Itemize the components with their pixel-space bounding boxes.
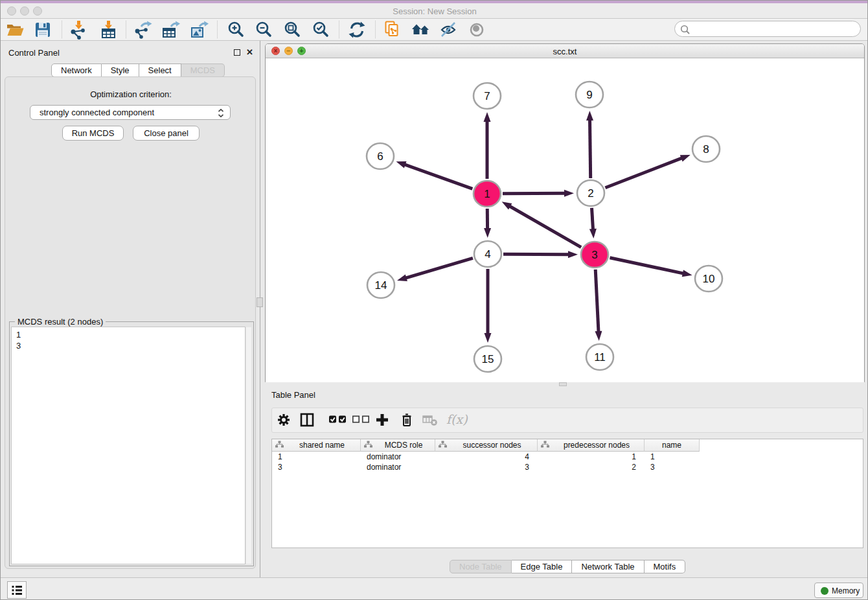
graph-edge-3-10[interactable] (610, 258, 685, 274)
delete-table-icon[interactable] (422, 415, 438, 429)
network-view-window: × − + scc.txt 1234678910111415 (265, 43, 865, 382)
table-row-3[interactable]: 3dominator323 (272, 462, 700, 472)
zoom-in-icon[interactable] (226, 20, 246, 40)
zoom-selected-icon[interactable] (311, 20, 330, 40)
graph-edge-4-14[interactable] (404, 258, 473, 279)
graph-edge-1-2[interactable] (503, 193, 567, 194)
graph-edge-2-8[interactable] (605, 157, 683, 188)
add-column-icon[interactable] (375, 413, 389, 430)
save-session-icon[interactable] (33, 20, 52, 40)
column-header-shared-name[interactable]: shared name (272, 439, 361, 452)
node-table: shared nameMCDS rolesuccessor nodesprede… (271, 439, 863, 548)
graph-edge-2-9[interactable] (589, 118, 590, 178)
result-scrollbar[interactable] (246, 327, 251, 564)
close-panel-button[interactable]: Close panel (133, 126, 200, 141)
table-cell[interactable]: 3 (272, 462, 361, 472)
float-panel-icon[interactable] (234, 49, 240, 56)
graph-edge-3-11[interactable] (595, 270, 599, 334)
mcds-result-group: MCDS result (2 nodes) 1 3 (9, 321, 254, 566)
tab-edge-table[interactable]: Edge Table (512, 560, 573, 573)
graph-node-label-9: 9 (586, 89, 592, 101)
tab-network-table[interactable]: Network Table (572, 560, 644, 573)
tab-network[interactable]: Network (51, 63, 102, 77)
tab-select[interactable]: Select (139, 63, 181, 77)
column-header-name[interactable]: name (645, 439, 700, 452)
table-cell[interactable]: 4 (435, 452, 538, 462)
column-header-MCDS-role[interactable]: MCDS role (361, 439, 435, 452)
table-cell[interactable]: dominator (361, 462, 435, 472)
network-canvas[interactable]: 1234678910111415 (266, 58, 864, 382)
mcds-result-title: MCDS result (2 nodes) (15, 317, 106, 327)
table-header-row: shared nameMCDS rolesuccessor nodesprede… (272, 439, 700, 452)
close-panel-icon[interactable]: ✕ (246, 49, 253, 56)
mcds-result-text[interactable]: 1 3 (11, 327, 246, 564)
table-cell[interactable]: 1 (272, 452, 361, 462)
column-label: predecessor nodes (549, 441, 644, 450)
toolbar-separator (339, 21, 339, 38)
graph-edge-2-3[interactable] (592, 208, 593, 231)
tab-motifs[interactable]: Motifs (645, 560, 686, 573)
tab-mcds[interactable]: MCDS (181, 63, 225, 77)
table-tabs: Node TableEdge TableNetwork TableMotifs (450, 560, 685, 573)
task-history-button[interactable] (7, 581, 27, 599)
mcds-panel: Optimization criterion: strongly connect… (5, 76, 256, 569)
toolbar-separator (217, 21, 218, 38)
table-cell[interactable]: dominator (361, 452, 435, 462)
delete-icon[interactable] (400, 413, 414, 430)
select-all-icon[interactable] (329, 414, 347, 427)
graph-node-label-7: 7 (484, 90, 490, 102)
open-file-icon[interactable] (5, 20, 25, 40)
graph-edge-arrowhead (397, 275, 407, 282)
app-titlebar: Session: New Session (1, 3, 868, 19)
zoom-fit-icon[interactable] (282, 20, 302, 40)
toolbar-separator (62, 21, 62, 38)
search-input[interactable] (693, 23, 855, 35)
column-header-predecessor-nodes[interactable]: predecessor nodes (538, 439, 645, 452)
table-row-1[interactable]: 1dominator411 (272, 452, 700, 462)
export-network-icon[interactable] (133, 20, 152, 40)
table-cell[interactable]: 1 (538, 452, 645, 462)
export-image-icon[interactable] (189, 20, 209, 40)
table-cell[interactable]: 3 (435, 462, 538, 472)
graph-edge-arrowhead (682, 270, 692, 277)
run-mcds-button[interactable]: Run MCDS (62, 126, 124, 141)
graph-edge-arrowhead (680, 155, 691, 161)
first-neighbors-icon[interactable] (411, 20, 430, 40)
graph-edge-arrowhead (484, 228, 491, 238)
deselect-all-icon[interactable] (352, 414, 371, 427)
application-window: Session: New Session (0, 0, 868, 600)
hide-selected-icon[interactable] (439, 20, 459, 40)
graph-edge-1-6[interactable] (403, 164, 472, 189)
graph-edge-4-3[interactable] (503, 254, 571, 255)
column-label: name (645, 441, 699, 450)
import-table-icon[interactable] (98, 20, 118, 40)
columns-icon[interactable] (300, 413, 314, 430)
table-cell[interactable]: 2 (538, 462, 645, 472)
column-label: MCDS role (372, 441, 435, 450)
column-header-successor-nodes[interactable]: successor nodes (435, 439, 538, 452)
network-graph[interactable]: 1234678910111415 (266, 58, 864, 382)
graph-edge-3-1[interactable] (508, 205, 581, 248)
refresh-layout-icon[interactable] (347, 20, 367, 40)
criterion-select[interactable]: strongly connected component (30, 105, 231, 120)
tab-node-table[interactable]: Node Table (450, 560, 512, 573)
vertical-splitter-grip[interactable] (257, 297, 263, 307)
import-network-icon[interactable] (69, 20, 88, 40)
graph-edge-arrowhead (485, 333, 492, 343)
vertical-splitter[interactable] (260, 41, 260, 577)
zoom-out-icon[interactable] (254, 20, 273, 40)
memory-button[interactable]: Memory (814, 583, 863, 598)
network-window-titlebar[interactable]: × − + scc.txt (266, 44, 864, 58)
show-all-icon[interactable] (468, 20, 487, 40)
toolbar-separator (126, 21, 126, 38)
table-cell[interactable]: 1 (645, 452, 700, 462)
optimization-criterion-label: Optimization criterion: (5, 89, 257, 99)
function-builder-icon[interactable]: f(x) (446, 412, 469, 430)
gear-icon[interactable] (277, 413, 291, 430)
new-network-from-selection-icon[interactable] (383, 20, 402, 40)
graph-node-label-15: 15 (482, 353, 494, 365)
table-panel-header: Table Panel ✕ (265, 386, 868, 402)
export-table-icon[interactable] (161, 20, 180, 40)
tab-style[interactable]: Style (102, 63, 139, 77)
table-cell[interactable]: 3 (645, 462, 700, 472)
